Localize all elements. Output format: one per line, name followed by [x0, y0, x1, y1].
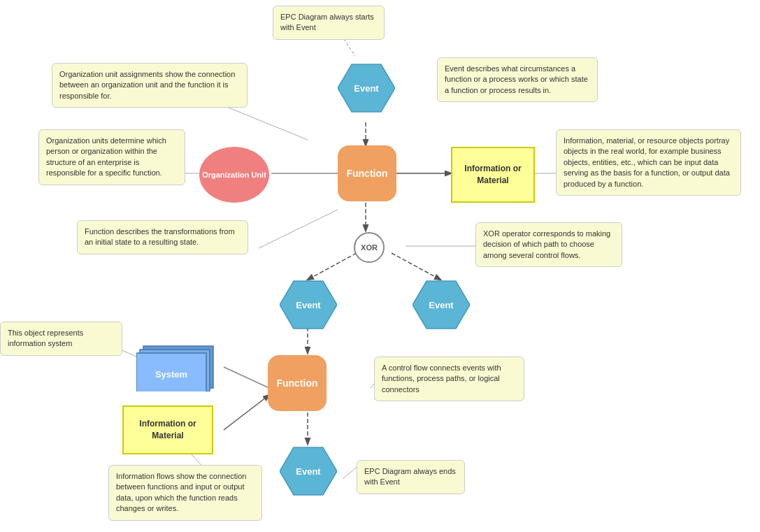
event-4: Event: [280, 446, 337, 496]
info-mat-1: Information or Material: [451, 147, 535, 203]
event-1: Event: [338, 63, 395, 113]
note-epc-end: EPC Diagram always ends with Event: [357, 460, 465, 494]
note-event-desc: Event describes what circumstances a fun…: [437, 57, 598, 102]
diagram-container: EPC Diagram always starts with Event Eve…: [0, 0, 760, 532]
svg-line-10: [224, 395, 269, 430]
event-2: Event: [280, 280, 337, 330]
note-info-flow: Information flows show the connection be…: [108, 465, 262, 521]
svg-line-13: [259, 210, 338, 248]
function-1: Function: [338, 145, 396, 201]
system: System: [136, 343, 220, 391]
note-epc-start: EPC Diagram always starts with Event: [273, 6, 385, 40]
xor: XOR: [354, 232, 385, 263]
svg-line-3: [308, 253, 357, 280]
note-control-flow: A control flow connects events with func…: [374, 357, 524, 401]
note-info-mat-desc: Information, material, or resource objec…: [556, 129, 741, 196]
note-system-desc: This object represents information syste…: [0, 322, 122, 356]
function-2: Function: [268, 355, 327, 411]
svg-line-4: [392, 253, 440, 280]
svg-text:System: System: [155, 369, 187, 380]
note-org-unit-desc: Organization units determine which perso…: [38, 129, 185, 185]
svg-line-9: [224, 367, 269, 388]
note-org-unit-conn: Organization unit assignments show the c…: [52, 63, 248, 108]
info-mat-2: Information or Material: [122, 405, 213, 454]
note-function-desc: Function describes the transformations f…: [77, 220, 248, 254]
event-3: Event: [413, 280, 470, 330]
org-unit: Organization Unit: [199, 147, 269, 203]
note-xor-desc: XOR operator corresponds to making decis…: [475, 222, 622, 267]
